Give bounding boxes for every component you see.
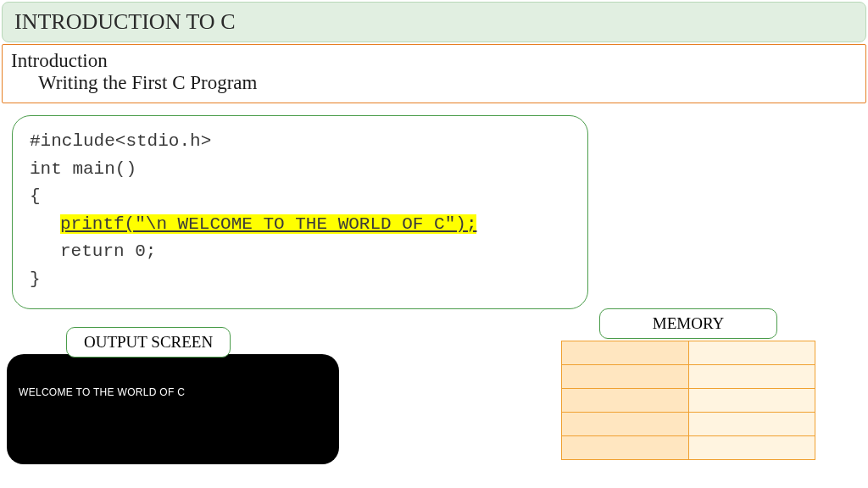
code-block: #include<stdio.h> int main() { printf("\… [12,115,588,309]
memory-row [562,436,815,460]
code-line-2: int main() [30,156,570,184]
code-line-5: return 0; [30,238,570,266]
subtitle-box: Introduction Writing the First C Program [2,44,866,103]
output-label: OUTPUT SCREEN [66,327,231,358]
memory-row [562,365,815,389]
subtitle-sub: Writing the First C Program [11,72,857,94]
code-highlight: printf("\n WELCOME TO THE WORLD OF C"); [60,214,476,234]
code-line-1: #include<stdio.h> [30,128,570,156]
code-line-6: } [30,266,570,294]
memory-section: MEMORY [561,308,815,460]
memory-row [562,413,815,436]
output-text: WELCOME TO THE WORLD OF C [19,386,327,398]
memory-row [562,341,815,365]
page-title: INTRODUCTION TO C [2,2,866,42]
output-section: OUTPUT SCREEN WELCOME TO THE WORLD OF C [7,327,339,464]
code-line-3: { [30,183,570,211]
subtitle-main: Introduction [11,50,857,72]
memory-row [562,389,815,413]
output-screen: WELCOME TO THE WORLD OF C [7,354,339,464]
code-line-4: printf("\n WELCOME TO THE WORLD OF C"); [30,211,570,239]
memory-label: MEMORY [599,308,777,339]
memory-table [561,341,815,460]
